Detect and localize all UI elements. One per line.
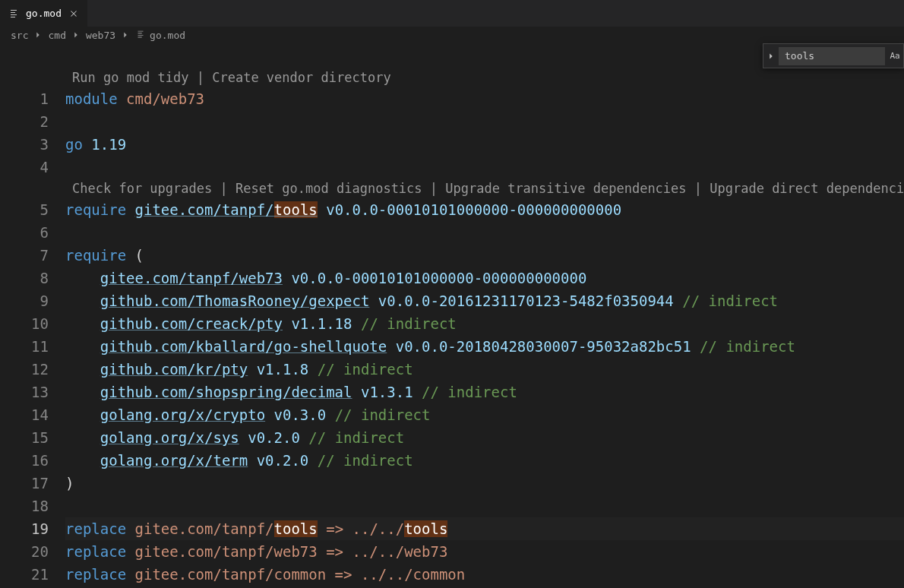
line-number: 9 [0, 289, 49, 312]
go-version: 1.19 [83, 133, 126, 156]
comment: // indirect [308, 358, 412, 381]
keyword: require [65, 244, 126, 267]
line-number: 13 [0, 381, 49, 403]
code-line[interactable]: github.com/ThomasRooney/gexpect v0.0.0-2… [65, 289, 904, 312]
comment: // indirect [674, 289, 778, 312]
chevron-right-icon [71, 30, 81, 40]
code-line[interactable]: golang.org/x/term v0.2.0 // indirect [65, 449, 904, 472]
breadcrumb-segment[interactable]: cmd [48, 30, 65, 41]
line-number: 18 [0, 495, 49, 517]
keyword: require [65, 198, 126, 221]
code-line[interactable]: golang.org/x/crypto v0.3.0 // indirect [65, 403, 904, 426]
line-number: 8 [0, 267, 49, 289]
code-line[interactable] [65, 156, 904, 179]
close-icon[interactable] [68, 8, 80, 20]
require-path[interactable]: golang.org/x/sys [100, 426, 239, 449]
breadcrumb: src cmd web73 go.mod [0, 27, 904, 43]
require-path[interactable]: golang.org/x/crypto [100, 403, 265, 426]
find-widget: Aa [763, 43, 904, 68]
require-path[interactable]: github.com/kr/pty [100, 358, 248, 381]
require-path[interactable]: golang.org/x/term [100, 449, 248, 472]
require-path[interactable]: github.com/ThomasRooney/gexpect [100, 289, 370, 312]
code-line[interactable]: module cmd/web73 [65, 87, 904, 110]
require-version: v1.3.1 [352, 381, 413, 403]
comment: // indirect [413, 381, 517, 403]
match-case-button[interactable]: Aa [887, 47, 903, 65]
code-line[interactable]: github.com/kballard/go-shellquote v0.0.0… [65, 335, 904, 358]
require-path[interactable]: github.com/shopspring/decimal [100, 381, 352, 403]
line-number: 17 [0, 472, 49, 495]
code-line[interactable]: github.com/shopspring/decimal v1.3.1 // … [65, 381, 904, 403]
require-version: v0.3.0 [265, 403, 326, 426]
file-icon [8, 8, 20, 20]
require-path[interactable]: github.com/creack/pty [100, 312, 283, 335]
line-number: 2 [0, 110, 49, 133]
code-content[interactable]: Run go mod tidy | Create vendor director… [65, 68, 904, 586]
line-number: 12 [0, 358, 49, 381]
code-line[interactable]: replace gitee.com/tanpf/tools => ../../t… [65, 517, 904, 540]
require-version: v1.1.8 [248, 358, 308, 381]
code-line[interactable]: ) [65, 472, 904, 495]
line-number: 3 [0, 133, 49, 156]
code-line[interactable]: require ( [65, 244, 904, 267]
line-number: 14 [0, 403, 49, 426]
breadcrumb-filename: go.mod [150, 30, 185, 41]
code-line[interactable]: require gitee.com/tanpf/tools v0.0.0-000… [65, 198, 904, 221]
require-version: v0.2.0 [248, 449, 308, 472]
replace-rule: gitee.com/tanpf/web73 => ../../web73 [126, 540, 447, 563]
code-line[interactable] [65, 495, 904, 517]
code-line[interactable]: replace gitee.com/tanpf/common => ../../… [65, 563, 904, 586]
line-number: 7 [0, 244, 49, 267]
line-number: 5 [0, 198, 49, 221]
line-number: 20 [0, 540, 49, 563]
breadcrumb-segment[interactable]: web73 [86, 30, 115, 41]
keyword: replace [65, 563, 126, 586]
require-path[interactable]: github.com/kballard/go-shellquote [100, 335, 387, 358]
comment: // indirect [300, 426, 404, 449]
breadcrumb-file[interactable]: go.mod [135, 29, 185, 42]
search-match: tools [274, 520, 318, 537]
code-line[interactable]: gitee.com/tanpf/web73 v0.0.0-00010101000… [65, 267, 904, 289]
keyword: replace [65, 540, 126, 563]
breadcrumb-segment[interactable]: src [11, 30, 28, 41]
comment: // indirect [326, 403, 430, 426]
line-number: 6 [0, 221, 49, 244]
code-line[interactable] [65, 221, 904, 244]
replace-rule: gitee.com/tanpf/tools => ../../tools [126, 517, 447, 540]
tab-bar: go.mod [0, 0, 904, 27]
keyword: replace [65, 517, 126, 540]
line-number: 1 [0, 87, 49, 110]
code-line[interactable]: github.com/creack/pty v1.1.18 // indirec… [65, 312, 904, 335]
comment: // indirect [691, 335, 795, 358]
search-match: tools [404, 520, 447, 537]
replace-rule: gitee.com/tanpf/common => ../../common [126, 563, 465, 586]
codelens[interactable]: Run go mod tidy | Create vendor director… [72, 68, 904, 87]
code-editor[interactable]: 123456789101112131415161718192021 Run go… [0, 43, 904, 586]
require-version: v1.1.18 [283, 312, 352, 335]
chevron-right-icon[interactable] [763, 44, 779, 68]
require-version: v0.0.0-00010101000000-000000000000 [318, 198, 621, 221]
code-line[interactable]: replace gitee.com/tanpf/web73 => ../../w… [65, 540, 904, 563]
comment: // indirect [352, 312, 457, 335]
code-line[interactable]: golang.org/x/sys v0.2.0 // indirect [65, 426, 904, 449]
line-number: 11 [0, 335, 49, 358]
comment: // indirect [308, 449, 412, 472]
require-version: v0.0.0-00010101000000-000000000000 [283, 267, 586, 289]
line-number-gutter: 123456789101112131415161718192021 [0, 68, 65, 586]
codelens[interactable]: Check for upgrades | Reset go.mod diagno… [72, 179, 904, 198]
line-number: 4 [0, 156, 49, 179]
tab-filename: go.mod [26, 8, 62, 19]
keyword: module [65, 87, 118, 110]
require-path[interactable]: gitee.com/tanpf/web73 [100, 267, 283, 289]
chevron-right-icon [120, 30, 131, 40]
require-path[interactable]: gitee.com/tanpf/tools [135, 198, 318, 221]
file-icon [135, 29, 146, 42]
module-path: cmd/web73 [118, 87, 204, 110]
code-line[interactable] [65, 110, 904, 133]
search-input[interactable] [779, 47, 885, 65]
line-number: 19 [0, 517, 49, 540]
code-line[interactable]: go 1.19 [65, 133, 904, 156]
require-version: v0.0.0-20161231170123-5482f0350944 [369, 289, 673, 312]
editor-tab[interactable]: go.mod [0, 0, 87, 27]
code-line[interactable]: github.com/kr/pty v1.1.8 // indirect [65, 358, 904, 381]
